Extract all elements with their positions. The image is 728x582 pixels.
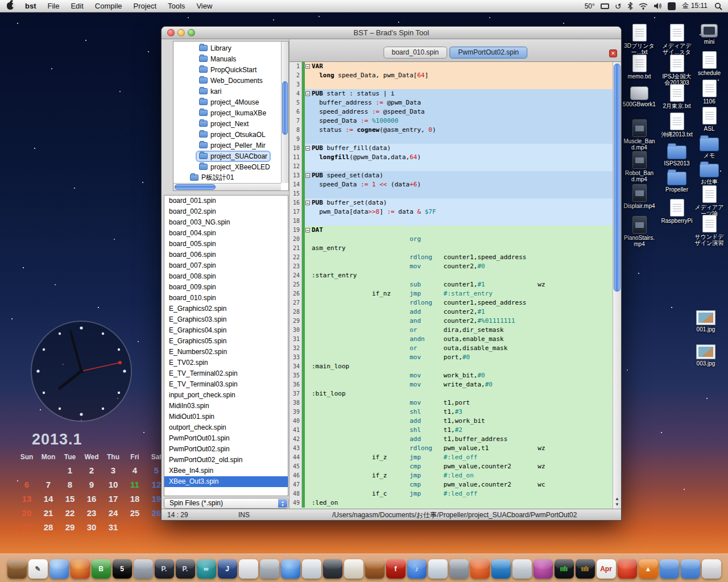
dock-itunes-icon[interactable]: ♪ [407,559,427,579]
file-item-E_Graphics02.spin[interactable]: E_Graphics02.spin [164,304,288,314]
file-item-board_003_NG.spin[interactable]: board_003_NG.spin [164,217,288,228]
editor-vertical-scrollbar[interactable]: ▲▼ [613,62,621,509]
desktop-icon-メモ[interactable]: メモ [693,134,726,159]
menu-Compile[interactable]: Compile [89,0,128,13]
desktop-icon-IPSJ全国大会201303[interactable]: IPSJ全国大会201303 [660,55,693,86]
tree-item-project_Peller_Mir[interactable]: project_Peller_Mir [174,140,280,151]
window-titlebar[interactable]: BST – Brad's Spin Tool [162,27,621,39]
menu-Project[interactable]: Project [128,0,162,13]
dock-eq-app-1-icon[interactable]: ıılı [555,559,574,579]
file-item-E_Graphics04.spin[interactable]: E_Graphics04.spin [164,325,288,336]
desktop-icon-ASL[interactable]: ASL [693,107,726,132]
dock-blue-app-icon[interactable] [491,559,511,579]
file-item-E_Numbers02.spin[interactable]: E_Numbers02.spin [164,347,288,357]
minimize-button[interactable] [177,29,185,36]
dock-gray-app-2-icon[interactable] [449,559,469,579]
file-item-board_006.spin[interactable]: board_006.spin [164,250,288,260]
menubar-clock[interactable]: 金 15:11 [681,1,709,11]
dock-p-app-2-icon[interactable]: P. [176,559,195,579]
dock-textedit-icon[interactable]: ✎ [28,559,48,579]
desktop-icon-お仕事[interactable]: お仕事 [693,160,726,185]
wifi-icon[interactable] [639,2,648,10]
desktop-icon-RaspberryPi[interactable]: RaspberryPi [660,199,693,224]
dock-gray-app-1-icon[interactable] [260,559,279,579]
tree-item-P板設計01[interactable]: P板設計01 [174,172,280,182]
dock-guitar-app-icon[interactable] [365,559,384,579]
dock-cube-app-icon[interactable] [134,559,153,579]
desktop-icon-mini[interactable]: mini [693,22,726,45]
dock-dark-app-icon[interactable] [323,559,342,579]
desktop-icon-3Dプリンター...txt[interactable]: 3Dプリンター...txt [623,24,656,55]
file-item-board_002.spin[interactable]: board_002.spin [164,206,288,217]
tree-horizontal-scrollbar[interactable] [173,183,281,190]
file-item-E_TV_Terminal03.spin[interactable]: E_TV_Terminal03.spin [164,379,288,390]
spotlight-icon[interactable] [714,2,722,10]
tree-item-project_XBeeOLED[interactable]: project_XBeeOLED [174,161,280,172]
desktop-icon-Displair.mp4[interactable]: Displair.mp4 [623,184,656,209]
menu-bst[interactable]: bst [19,0,42,13]
dock-infinity-app-icon[interactable]: ∞ [197,559,216,579]
tree-item-project_SUACboar[interactable]: project_SUACboar [174,151,280,161]
dock-light-app-3-icon[interactable] [512,559,532,579]
tree-item-project_IkumaXBe[interactable]: project_IkumaXBe [174,107,280,118]
dock-light-app-2-icon[interactable] [302,559,321,579]
fold-marker-icon[interactable] [305,92,310,96]
file-filter-dropdown[interactable]: Spin Files (*.spin) ▲▼ [164,498,288,509]
fold-marker-icon[interactable] [305,228,310,232]
file-item-board_007.spin[interactable]: board_007.spin [164,260,288,271]
dock-flash-icon[interactable]: f [386,559,406,579]
file-item-PwmPortOut02.spin[interactable]: PwmPortOut02.spin [164,444,288,455]
tree-item-Library[interactable]: Library [174,43,280,53]
dock-vlc-icon[interactable]: ▲ [639,559,658,579]
file-item-MidiOut01.spin[interactable]: MidiOut01.spin [164,411,288,422]
zoom-button[interactable] [188,29,195,36]
dock-web-browser-icon[interactable] [49,559,69,579]
file-item-PwmPortOut02_old.spin[interactable]: PwmPortOut02_old.spin [164,455,288,465]
close-tab-button[interactable]: ✕ [609,49,617,57]
dock-red-app-icon[interactable] [618,559,637,579]
dock-p-app-1-icon[interactable]: P. [155,559,174,579]
tab-PwmPortOut02.spin[interactable]: PwmPortOut02.spin [450,47,528,59]
file-item-board_005.spin[interactable]: board_005.spin [164,239,288,250]
dock-dock-folder-1-icon[interactable] [660,559,679,579]
dock-firefox-icon[interactable] [71,559,90,579]
desktop-icon-003.jpg[interactable]: 003.jpg [689,344,722,367]
volume-icon[interactable] [653,2,662,10]
tree-item-PropQuickStart[interactable]: PropQuickStart [174,64,280,75]
apple-menu-icon[interactable] [7,2,14,10]
display-icon[interactable] [601,3,609,9]
code-editor[interactable]: 1VAR2 long speed_Data, pwm_Data[64]34PUB… [289,62,613,509]
dock-calendar-app-icon[interactable]: Apr [597,559,616,579]
dock-green-app-icon[interactable]: B [92,559,111,579]
desktop-icon-Muscle_Band.mp4[interactable]: Muscle_Band.mp4 [623,119,656,151]
desktop-icon-PianoStairs.mp4[interactable]: PianoStairs.mp4 [623,216,656,247]
fold-marker-icon[interactable] [305,173,310,178]
dock-light-app-1-icon[interactable] [239,559,258,579]
file-item-MidiIn03.spin[interactable]: MidiIn03.spin [164,401,288,411]
desktop-icon-2月東京.txt[interactable]: 2月東京.txt [660,84,693,109]
tree-item-kari[interactable]: kari [174,86,280,97]
dock-trash-icon[interactable] [702,559,721,579]
bluetooth-icon[interactable] [627,2,633,10]
temperature-readout[interactable]: 50° [585,2,595,10]
file-item-board_008.spin[interactable]: board_008.spin [164,271,288,282]
desktop-icon-500GBwork1[interactable]: 500GBwork1 [623,84,656,107]
file-item-XBee_In4.spin[interactable]: XBee_In4.spin [164,465,288,476]
tree-item-project_4Mouse[interactable]: project_4Mouse [174,97,280,107]
dock-keyboard-app-icon[interactable] [344,559,363,579]
file-item-E_Graphics05.spin[interactable]: E_Graphics05.spin [164,336,288,347]
file-item-E_TV_Terminal02.spin[interactable]: E_TV_Terminal02.spin [164,368,288,379]
desktop-icon-Robot_Band.mp4[interactable]: Robot_Band.mp4 [623,151,656,182]
desktop-icon-沖縄2013.txt[interactable]: 沖縄2013.txt [660,113,693,138]
dock-j-app-icon[interactable]: J [218,559,237,579]
file-item-outport_check.spin[interactable]: outport_check.spin [164,422,288,433]
desktop-icon-schedule[interactable]: schedule [693,51,726,76]
file-item-input_port_check.spin[interactable]: input_port_check.spin [164,390,288,401]
desktop-icon-1106[interactable]: 1106 [693,80,726,105]
desktop-icon-サウンドデザイン演習[interactable]: サウンドデザイン演習 [693,215,726,246]
menu-Edit[interactable]: Edit [65,0,89,13]
dock-eq-app-2-icon[interactable]: ıılı [576,559,595,579]
dock-grid-app-icon[interactable] [428,559,448,579]
tab-board_010.spin[interactable]: board_010.spin [383,47,448,59]
close-button[interactable] [167,29,175,36]
